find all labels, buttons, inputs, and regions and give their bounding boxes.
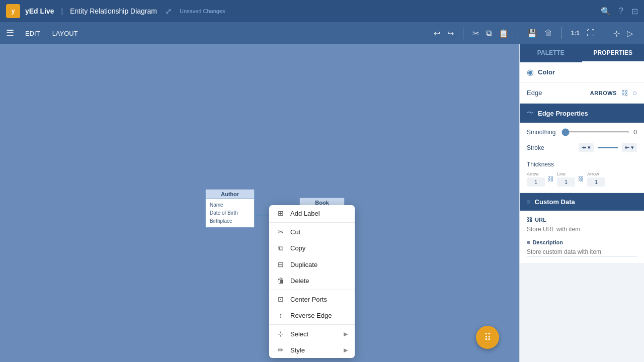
zoom-fit-button[interactable]: 1:1 bbox=[568, 28, 583, 39]
cut-button[interactable]: ✂ bbox=[469, 27, 482, 40]
stroke-start-ctrl[interactable]: ↠ ▾ bbox=[579, 143, 594, 152]
undo-button[interactable]: ↩ bbox=[431, 27, 443, 40]
duplicate-icon: ⊟ bbox=[276, 260, 285, 268]
author-node[interactable]: Author Name Date of Birth Birthplace bbox=[205, 189, 255, 228]
toolbar: ☰ EDIT LAYOUT ↩ ↪ ✂ ⧉ 📋 💾 🗑 1:1 ⛶ ⊹ ▷ bbox=[0, 22, 644, 44]
stroke-controls: ↠ ▾ ⇤ ▾ bbox=[579, 143, 637, 152]
custom-data-icon: ≡ bbox=[527, 198, 531, 206]
smoothing-label: Smoothing bbox=[527, 129, 555, 136]
palette-tab[interactable]: PALETTE bbox=[520, 44, 582, 62]
unsaved-changes: Unsaved Changes bbox=[180, 8, 225, 14]
url-icon: ⛓ bbox=[527, 217, 532, 223]
context-menu: ⊞ Add Label ✂ Cut ⧉ Copy ⊟ Duplicate 🗑 D… bbox=[269, 205, 355, 358]
select-icon: ⊹ bbox=[276, 330, 285, 338]
stroke-line-preview bbox=[598, 147, 618, 148]
edge-svg bbox=[0, 44, 519, 362]
smoothing-slider-container: 0 bbox=[561, 129, 637, 136]
ctx-reverse-edge[interactable]: ↕ Reverse Edge bbox=[269, 307, 355, 323]
save-button[interactable]: 💾 bbox=[524, 27, 540, 40]
ctx-divider-3 bbox=[269, 324, 355, 325]
redo-button[interactable]: ↪ bbox=[444, 27, 457, 40]
view-group: 1:1 ⛶ bbox=[568, 27, 598, 40]
edge-props-header: 〜 Edge Properties bbox=[520, 104, 644, 123]
circle-icon[interactable]: ○ bbox=[632, 88, 637, 97]
copy-button[interactable]: ⧉ bbox=[483, 27, 495, 40]
topbar-icons: 🔍 ? ⊡ bbox=[601, 7, 638, 16]
ctx-delete[interactable]: 🗑 Delete bbox=[269, 273, 355, 289]
ctx-cut[interactable]: ✂ Cut bbox=[269, 224, 355, 240]
edge-props-icon: 〜 bbox=[527, 109, 534, 118]
url-field: ⛓ URL bbox=[527, 217, 637, 234]
help-icon[interactable]: ? bbox=[619, 7, 623, 16]
author-body: Name Date of Birth Birthplace bbox=[206, 199, 254, 227]
thickness-row: Arrow ⛓ Line ⛓ Arrow bbox=[527, 171, 637, 187]
reverse-edge-icon: ↕ bbox=[276, 311, 285, 319]
thickness-link-1-icon[interactable]: ⛓ bbox=[548, 175, 554, 183]
clipboard-group: ✂ ⧉ 📋 bbox=[469, 27, 512, 40]
arrow-thickness-input-2[interactable] bbox=[587, 177, 605, 187]
description-label: ≡ Description bbox=[527, 239, 637, 245]
stroke-end-ctrl[interactable]: ⇤ ▾ bbox=[622, 143, 637, 152]
author-field-birthplace: Birthplace bbox=[210, 217, 250, 225]
url-input[interactable] bbox=[527, 225, 637, 234]
edit-menu[interactable]: EDIT bbox=[20, 28, 45, 39]
properties-tab[interactable]: PROPERTIES bbox=[582, 44, 645, 62]
custom-data-label: Custom Data bbox=[535, 198, 575, 206]
thickness-link-2-icon[interactable]: ⛓ bbox=[578, 175, 584, 183]
select-mode-button[interactable]: ⊹ bbox=[610, 27, 623, 40]
line-thickness-input[interactable] bbox=[557, 177, 575, 187]
search-icon[interactable]: 🔍 bbox=[601, 7, 611, 16]
arrow-thickness-1: Arrow bbox=[527, 171, 545, 187]
ctx-divider-1 bbox=[269, 222, 355, 223]
author-field-name: Name bbox=[210, 201, 250, 209]
share-icon[interactable]: ⤢ bbox=[165, 7, 172, 16]
add-label-icon: ⊞ bbox=[276, 209, 285, 217]
stroke-row: Stroke ↠ ▾ ⇤ ▾ bbox=[527, 143, 637, 152]
pan-mode-button[interactable]: ▷ bbox=[624, 27, 636, 40]
fab-icon: ⠿ bbox=[484, 331, 492, 343]
ctx-select[interactable]: ⊹ Select ▶ bbox=[269, 326, 355, 342]
custom-data-body: ⛓ URL ≡ Description bbox=[520, 211, 644, 263]
edge-controls: ARROWS ⛓ ○ bbox=[590, 88, 637, 97]
edge-properties-section: 〜 Edge Properties Smoothing 0 Stroke bbox=[520, 104, 644, 193]
ctx-style[interactable]: ✏ Style ▶ bbox=[269, 342, 355, 358]
arrow-thickness-input-1[interactable] bbox=[527, 177, 545, 187]
window-icon[interactable]: ⊡ bbox=[631, 7, 638, 16]
link-icon[interactable]: ⛓ bbox=[621, 88, 628, 97]
stroke-start-icon: ↠ bbox=[582, 144, 586, 151]
hamburger-menu-icon[interactable]: ☰ bbox=[6, 28, 14, 39]
url-label: ⛓ URL bbox=[527, 217, 637, 223]
paste-button[interactable]: 📋 bbox=[496, 27, 512, 40]
trash-button[interactable]: 🗑 bbox=[541, 27, 555, 40]
undo-redo-group: ↩ ↪ bbox=[431, 27, 457, 40]
description-field: ≡ Description bbox=[527, 239, 637, 257]
center-ports-icon: ⊡ bbox=[276, 295, 285, 303]
main-area: Author Name Date of Birth Birthplace Boo… bbox=[0, 44, 644, 362]
author-field-dob: Date of Birth bbox=[210, 209, 250, 217]
cut-icon: ✂ bbox=[276, 228, 285, 236]
color-section: ◉ Color bbox=[520, 62, 644, 82]
stroke-end-arrow: ▾ bbox=[631, 144, 634, 151]
zoom-full-button[interactable]: ⛶ bbox=[584, 27, 598, 40]
fab-button[interactable]: ⠿ bbox=[476, 326, 499, 349]
edge-section: Edge ARROWS ⛓ ○ bbox=[520, 82, 644, 104]
edge-props-body: Smoothing 0 Stroke ↠ ▾ bbox=[520, 123, 644, 193]
ctx-add-label[interactable]: ⊞ Add Label bbox=[269, 205, 355, 221]
ctx-center-ports[interactable]: ⊡ Center Ports bbox=[269, 291, 355, 307]
ctx-duplicate[interactable]: ⊟ Duplicate bbox=[269, 256, 355, 273]
ctx-copy[interactable]: ⧉ Copy bbox=[269, 240, 355, 256]
ctx-divider-2 bbox=[269, 290, 355, 290]
arrows-label: ARROWS bbox=[590, 90, 617, 96]
edge-label: Edge bbox=[527, 89, 542, 97]
arrow-thickness-2: Arrow bbox=[587, 171, 605, 187]
app-logo: y bbox=[6, 4, 20, 18]
layout-menu[interactable]: LAYOUT bbox=[47, 28, 83, 39]
smoothing-slider[interactable] bbox=[561, 131, 629, 133]
stroke-label: Stroke bbox=[527, 144, 544, 151]
style-arrow-icon: ▶ bbox=[344, 347, 348, 353]
diagram-title: Entity Relationship Diagram bbox=[70, 7, 157, 15]
description-input[interactable] bbox=[527, 247, 637, 257]
canvas[interactable]: Author Name Date of Birth Birthplace Boo… bbox=[0, 44, 519, 362]
arrow-label-2: Arrow bbox=[587, 171, 605, 176]
line-thickness: Line bbox=[557, 171, 575, 187]
